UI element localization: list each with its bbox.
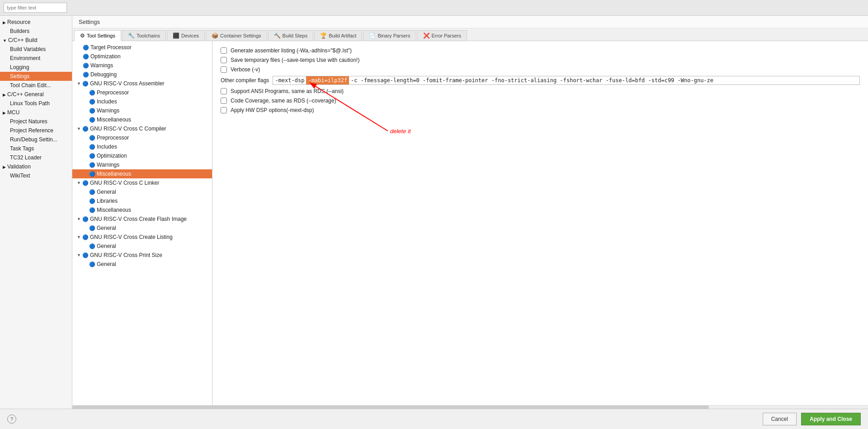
- sidebar-item-label: Tool Chain Edit...: [10, 82, 51, 89]
- tree-item-icon: 🔵: [82, 81, 89, 87]
- tree-item-cc-misc[interactable]: 🔵Miscellaneous: [72, 169, 212, 178]
- tree-item-gnu-riscv-flash[interactable]: ▼🔵GNU RISC-V Cross Create Flash Image: [72, 214, 212, 224]
- tree-item-label: General: [97, 243, 116, 249]
- checkbox-verbose[interactable]: [221, 66, 227, 73]
- tree-item-icon: 🔵: [89, 90, 95, 96]
- sidebar-item-ccpp-build[interactable]: ▼C/C++ Build: [0, 36, 72, 45]
- flags-input[interactable]: -mext-dsp -mabi=ilp32f -c -fmessage-leng…: [273, 76, 860, 85]
- sidebar-item-mcu[interactable]: ▶MCU: [0, 108, 72, 117]
- checkbox-code-coverage[interactable]: [221, 98, 227, 104]
- tab-toolchains[interactable]: 🔧Toolchains: [122, 30, 166, 41]
- tree-item-icon: 🔵: [89, 198, 95, 204]
- sidebar-item-label: C/C++ General: [7, 91, 44, 98]
- tree-item-cc-optimization[interactable]: 🔵Optimization: [72, 151, 212, 160]
- cancel-button[interactable]: Cancel: [763, 413, 797, 425]
- tree-item-icon: 🔵: [89, 99, 95, 105]
- tab-icon-build-artifact: 🏆: [320, 33, 327, 39]
- checkbox-apply-hw-dsp[interactable]: [221, 107, 227, 113]
- tree-item-print-general[interactable]: 🔵General: [72, 260, 212, 269]
- tree-item-label: GNU RISC-V Cross C Linker: [90, 180, 159, 186]
- tree-item-label: GNU RISC-V Cross Create Listing: [90, 234, 173, 240]
- split-panel: 🔵Target Processor🔵Optimization🔵Warnings🔵…: [72, 41, 868, 405]
- tab-container-settings[interactable]: 📦Container Settings: [206, 30, 267, 41]
- tree-item-gnu-riscv-print-size[interactable]: ▼🔵GNU RISC-V Cross Print Size: [72, 251, 212, 260]
- sidebar-item-builders[interactable]: Builders: [0, 27, 72, 36]
- tab-build-steps[interactable]: 🔨Build Steps: [268, 30, 314, 41]
- tree-item-gnu-riscv-assembler[interactable]: ▼🔵GNU RISC-V Cross Assembler: [72, 79, 212, 88]
- sidebar-item-task-tags[interactable]: Task Tags: [0, 144, 72, 153]
- checkbox-support-ansi[interactable]: [221, 88, 227, 94]
- tree-item-gnu-riscv-c-compiler[interactable]: ▼🔵GNU RISC-V Cross C Compiler: [72, 124, 212, 133]
- sidebar-item-label: Settings: [10, 73, 29, 79]
- tree-item-icon: 🔵: [89, 153, 95, 159]
- flags-before: -mext-dsp: [273, 76, 306, 84]
- sidebar-item-project-natures[interactable]: Project Natures: [0, 117, 72, 126]
- tree-item-cc-includes[interactable]: 🔵Includes: [72, 142, 212, 151]
- tree-item-cc-preprocessor[interactable]: 🔵Preprocessor: [72, 133, 212, 142]
- tree-item-asm-warnings[interactable]: 🔵Warnings: [72, 106, 212, 115]
- tree-item-icon: 🔵: [89, 144, 95, 150]
- tree-item-cc-warnings[interactable]: 🔵Warnings: [72, 160, 212, 169]
- tree-item-label: General: [97, 261, 116, 267]
- sidebar-item-wikitext[interactable]: WikiText: [0, 171, 72, 180]
- tree-item-label: Includes: [97, 98, 117, 105]
- tree-item-icon: 🔵: [89, 261, 95, 267]
- sidebar-item-environment[interactable]: Environment: [0, 54, 72, 63]
- tab-tool-settings[interactable]: ⚙Tool Settings: [74, 30, 121, 41]
- sidebar-item-settings[interactable]: Settings: [0, 72, 72, 81]
- tab-label-binary-parsers: Binary Parsers: [377, 33, 410, 38]
- tree-item-label: Miscellaneous: [97, 171, 131, 177]
- tree-item-label: Debugging: [90, 71, 117, 78]
- tree-item-warnings[interactable]: 🔵Warnings: [72, 61, 212, 70]
- sidebar-item-resource[interactable]: ▶Resource: [0, 18, 72, 27]
- help-button[interactable]: ?: [7, 415, 16, 424]
- tab-binary-parsers[interactable]: 📄Binary Parsers: [363, 30, 416, 41]
- tree-expand-arrow: ▼: [77, 253, 81, 257]
- tree-item-target-processor[interactable]: 🔵Target Processor: [72, 43, 212, 52]
- tree-item-label: Miscellaneous: [97, 207, 131, 213]
- tab-error-parsers[interactable]: ❌Error Parsers: [417, 30, 467, 41]
- filter-input[interactable]: [4, 3, 67, 13]
- checkbox-save-temp[interactable]: [221, 57, 227, 63]
- tree-item-optimization[interactable]: 🔵Optimization: [72, 52, 212, 61]
- sidebar-item-tc32-loader[interactable]: TC32 Loader: [0, 153, 72, 162]
- tree-item-icon: 🔵: [83, 54, 89, 60]
- label-gen-asm-listing: Generate assembler listing (-Wa,-adhlns=…: [231, 47, 352, 54]
- tree-item-icon: 🔵: [89, 189, 95, 195]
- tree-expand-arrow: ▼: [77, 81, 81, 86]
- sidebar-item-label: Task Tags: [10, 145, 34, 152]
- tree-item-gnu-riscv-listing[interactable]: ▼🔵GNU RISC-V Cross Create Listing: [72, 233, 212, 242]
- tree-item-linker-general[interactable]: 🔵General: [72, 187, 212, 196]
- tab-devices[interactable]: ⬛Devices: [167, 30, 205, 41]
- sidebar-arrow: ▶: [3, 20, 6, 25]
- tab-icon-error-parsers: ❌: [423, 33, 430, 39]
- sidebar-item-linux-tools-path[interactable]: Linux Tools Path: [0, 99, 72, 108]
- sidebar-item-build-variables[interactable]: Build Variables: [0, 45, 72, 54]
- sidebar-item-label: Project Reference: [10, 127, 53, 134]
- sidebar-item-logging[interactable]: Logging: [0, 63, 72, 72]
- tree-item-debugging[interactable]: 🔵Debugging: [72, 70, 212, 79]
- sidebar-item-project-reference[interactable]: Project Reference: [0, 126, 72, 135]
- other-flags-label: Other compiler flags: [221, 77, 269, 84]
- tree-item-asm-misc[interactable]: 🔵Miscellaneous: [72, 115, 212, 124]
- tree-item-flash-general[interactable]: 🔵General: [72, 224, 212, 233]
- sidebar-item-run-debug-settings[interactable]: Run/Debug Settin...: [0, 135, 72, 144]
- sidebar-item-validation[interactable]: ▶Validation: [0, 162, 72, 171]
- sidebar-item-ccpp-general[interactable]: ▶C/C++ General: [0, 90, 72, 99]
- tree-item-asm-includes[interactable]: 🔵Includes: [72, 97, 212, 106]
- tree-item-listing-general[interactable]: 🔵General: [72, 242, 212, 251]
- tab-label-build-artifact: Build Artifact: [329, 33, 356, 38]
- tree-item-asm-preprocessor[interactable]: 🔵Preprocessor: [72, 88, 212, 97]
- tree-item-linker-misc[interactable]: 🔵Miscellaneous: [72, 205, 212, 214]
- apply-close-button[interactable]: Apply and Close: [801, 413, 861, 425]
- tree-item-icon: 🔵: [89, 171, 95, 177]
- tree-item-icon: 🔵: [82, 252, 89, 258]
- tree-item-label: GNU RISC-V Cross Assembler: [90, 80, 165, 87]
- flags-highlighted: -mabi=ilp32f: [306, 76, 349, 84]
- tree-item-gnu-riscv-c-linker[interactable]: ▼🔵GNU RISC-V Cross C Linker: [72, 178, 212, 187]
- tree-item-linker-libraries[interactable]: 🔵Libraries: [72, 196, 212, 205]
- sidebar-item-tool-chain-edit[interactable]: Tool Chain Edit...: [0, 81, 72, 90]
- tab-build-artifact[interactable]: 🏆Build Artifact: [314, 30, 362, 41]
- scrollbar[interactable]: [72, 405, 868, 409]
- checkbox-gen-asm-listing[interactable]: [221, 47, 227, 54]
